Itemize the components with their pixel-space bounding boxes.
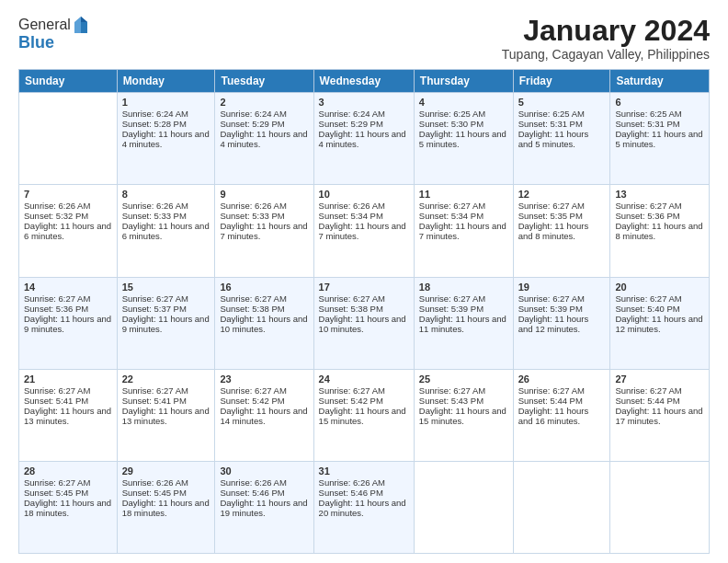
- daylight-text: Daylight: 11 hours and 11 minutes.: [419, 314, 508, 334]
- sunrise-text: Sunrise: 6:27 AM: [122, 385, 210, 396]
- sunrise-text: Sunrise: 6:27 AM: [319, 385, 409, 396]
- sunset-text: Sunset: 5:35 PM: [518, 211, 606, 221]
- day-number: 22: [122, 373, 210, 385]
- day-number: 7: [24, 189, 112, 200]
- day-number: 19: [518, 282, 606, 293]
- sunrise-text: Sunrise: 6:25 AM: [615, 109, 704, 119]
- day-number: 21: [24, 373, 112, 385]
- col-thursday: Thursday: [414, 70, 513, 93]
- daylight-text: Daylight: 11 hours and 7 minutes.: [220, 221, 308, 241]
- sunrise-text: Sunrise: 6:24 AM: [220, 109, 308, 119]
- day-number: 9: [220, 189, 308, 200]
- sunrise-text: Sunrise: 6:25 AM: [518, 109, 606, 119]
- sunrise-text: Sunrise: 6:24 AM: [122, 109, 210, 119]
- calendar-week-row: 14Sunrise: 6:27 AMSunset: 5:36 PMDayligh…: [19, 277, 710, 369]
- day-number: 2: [220, 97, 308, 108]
- sunset-text: Sunset: 5:44 PM: [518, 396, 606, 406]
- sunrise-text: Sunrise: 6:27 AM: [24, 385, 112, 396]
- calendar-cell: 20Sunrise: 6:27 AMSunset: 5:40 PMDayligh…: [610, 277, 710, 369]
- day-number: 23: [220, 373, 308, 385]
- calendar-cell: 8Sunrise: 6:26 AMSunset: 5:33 PMDaylight…: [117, 185, 215, 277]
- day-number: 20: [615, 282, 704, 293]
- col-monday: Monday: [117, 70, 215, 93]
- logo-general-text: General: [18, 17, 71, 33]
- day-number: 30: [220, 465, 308, 477]
- day-number: 25: [419, 373, 508, 385]
- sunset-text: Sunset: 5:44 PM: [615, 396, 704, 406]
- daylight-text: Daylight: 11 hours and 4 minutes.: [319, 129, 409, 149]
- sunrise-text: Sunrise: 6:26 AM: [319, 477, 409, 488]
- sunrise-text: Sunrise: 6:27 AM: [615, 201, 704, 211]
- calendar-cell: 7Sunrise: 6:26 AMSunset: 5:32 PMDaylight…: [19, 185, 118, 277]
- day-number: 3: [319, 97, 409, 108]
- sunset-text: Sunset: 5:40 PM: [615, 304, 704, 314]
- sunrise-text: Sunrise: 6:26 AM: [220, 201, 308, 211]
- daylight-text: Daylight: 11 hours and 8 minutes.: [518, 221, 606, 241]
- daylight-text: Daylight: 11 hours and 9 minutes.: [122, 314, 210, 334]
- sunset-text: Sunset: 5:31 PM: [615, 119, 704, 129]
- sunset-text: Sunset: 5:42 PM: [319, 396, 409, 406]
- daylight-text: Daylight: 11 hours and 10 minutes.: [319, 314, 409, 334]
- calendar-cell: [414, 461, 513, 553]
- day-number: 4: [419, 97, 508, 108]
- daylight-text: Daylight: 11 hours and 13 minutes.: [122, 406, 210, 426]
- calendar-cell: 15Sunrise: 6:27 AMSunset: 5:37 PMDayligh…: [117, 277, 215, 369]
- daylight-text: Daylight: 11 hours and 16 minutes.: [518, 406, 606, 426]
- sunset-text: Sunset: 5:38 PM: [319, 304, 409, 314]
- calendar-cell: 21Sunrise: 6:27 AMSunset: 5:41 PMDayligh…: [19, 369, 118, 461]
- calendar-header-row: Sunday Monday Tuesday Wednesday Thursday…: [19, 70, 710, 93]
- calendar-cell: 17Sunrise: 6:27 AMSunset: 5:38 PMDayligh…: [313, 277, 414, 369]
- daylight-text: Daylight: 11 hours and 8 minutes.: [615, 221, 704, 241]
- sunrise-text: Sunrise: 6:27 AM: [518, 385, 606, 396]
- sunset-text: Sunset: 5:34 PM: [319, 211, 409, 221]
- calendar-cell: 18Sunrise: 6:27 AMSunset: 5:39 PMDayligh…: [414, 277, 513, 369]
- sunset-text: Sunset: 5:34 PM: [419, 211, 508, 221]
- daylight-text: Daylight: 11 hours and 4 minutes.: [122, 129, 210, 149]
- sunrise-text: Sunrise: 6:27 AM: [518, 201, 606, 211]
- calendar-cell: [610, 461, 710, 553]
- sunset-text: Sunset: 5:28 PM: [122, 119, 210, 129]
- sunrise-text: Sunrise: 6:26 AM: [24, 201, 112, 211]
- logo-icon: [73, 15, 89, 35]
- sunrise-text: Sunrise: 6:27 AM: [24, 293, 112, 304]
- day-number: 16: [220, 282, 308, 293]
- daylight-text: Daylight: 11 hours and 12 minutes.: [518, 314, 606, 334]
- sunrise-text: Sunrise: 6:27 AM: [220, 293, 308, 304]
- calendar-cell: 12Sunrise: 6:27 AMSunset: 5:35 PMDayligh…: [513, 185, 610, 277]
- calendar-cell: 24Sunrise: 6:27 AMSunset: 5:42 PMDayligh…: [313, 369, 414, 461]
- sunset-text: Sunset: 5:29 PM: [319, 119, 409, 129]
- daylight-text: Daylight: 11 hours and 4 minutes.: [220, 129, 308, 149]
- daylight-text: Daylight: 11 hours and 12 minutes.: [615, 314, 704, 334]
- sunset-text: Sunset: 5:46 PM: [319, 488, 409, 498]
- day-number: 1: [122, 97, 210, 108]
- sunset-text: Sunset: 5:36 PM: [24, 304, 112, 314]
- calendar-cell: 29Sunrise: 6:26 AMSunset: 5:45 PMDayligh…: [117, 461, 215, 553]
- calendar-cell: 11Sunrise: 6:27 AMSunset: 5:34 PMDayligh…: [414, 185, 513, 277]
- col-sunday: Sunday: [19, 70, 118, 93]
- daylight-text: Daylight: 11 hours and 18 minutes.: [122, 498, 210, 518]
- sunrise-text: Sunrise: 6:27 AM: [419, 385, 508, 396]
- day-number: 24: [319, 373, 409, 385]
- calendar-cell: 2Sunrise: 6:24 AMSunset: 5:29 PMDaylight…: [215, 93, 313, 185]
- sunset-text: Sunset: 5:29 PM: [220, 119, 308, 129]
- day-number: 6: [615, 97, 704, 108]
- calendar-week-row: 28Sunrise: 6:27 AMSunset: 5:45 PMDayligh…: [19, 461, 710, 553]
- daylight-text: Daylight: 11 hours and 17 minutes.: [615, 406, 704, 426]
- day-number: 28: [24, 465, 112, 477]
- daylight-text: Daylight: 11 hours and 20 minutes.: [319, 498, 409, 518]
- day-number: 8: [122, 189, 210, 200]
- sunset-text: Sunset: 5:39 PM: [419, 304, 508, 314]
- calendar-cell: 14Sunrise: 6:27 AMSunset: 5:36 PMDayligh…: [19, 277, 118, 369]
- calendar-cell: 19Sunrise: 6:27 AMSunset: 5:39 PMDayligh…: [513, 277, 610, 369]
- sunrise-text: Sunrise: 6:27 AM: [220, 385, 308, 396]
- sunset-text: Sunset: 5:30 PM: [419, 119, 508, 129]
- sunrise-text: Sunrise: 6:27 AM: [518, 293, 606, 304]
- calendar-cell: 9Sunrise: 6:26 AMSunset: 5:33 PMDaylight…: [215, 185, 313, 277]
- logo-blue-text: Blue: [18, 33, 89, 52]
- day-number: 5: [518, 97, 606, 108]
- day-number: 29: [122, 465, 210, 477]
- day-number: 26: [518, 373, 606, 385]
- sunset-text: Sunset: 5:39 PM: [518, 304, 606, 314]
- calendar-cell: 25Sunrise: 6:27 AMSunset: 5:43 PMDayligh…: [414, 369, 513, 461]
- sunrise-text: Sunrise: 6:27 AM: [615, 293, 704, 304]
